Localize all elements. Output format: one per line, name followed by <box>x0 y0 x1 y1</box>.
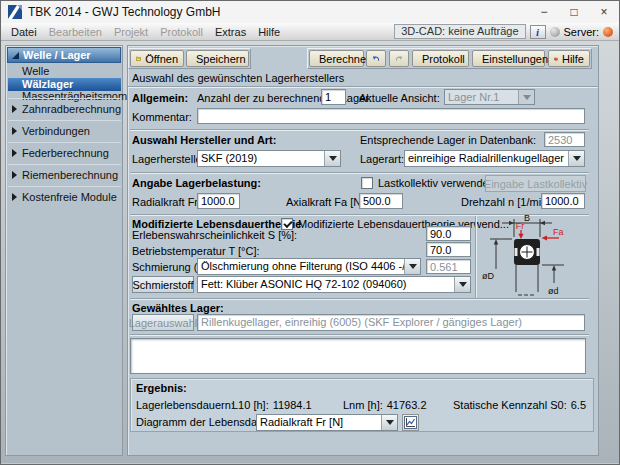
temperatur-label: Betriebstemperatur T [°C]: <box>132 245 260 258</box>
svg-text:B: B <box>524 213 530 223</box>
menu-protokoll[interactable]: Protokoll <box>154 26 209 38</box>
server-label: Server: <box>564 26 599 38</box>
lebensdauern-label: Lagerlebensdauern: <box>136 399 234 412</box>
open-button[interactable]: Öffnen <box>130 50 184 67</box>
close-button[interactable]: × <box>589 1 619 23</box>
s0-value: 6.5 <box>571 399 586 411</box>
collapsed-triangle-icon <box>12 127 17 135</box>
calculate-button[interactable]: Berechnen <box>309 50 364 67</box>
schmierstoff-button[interactable]: Schmierstoff <box>132 276 194 293</box>
undo-arrow-icon <box>372 53 380 64</box>
ansicht-select[interactable]: Lager Nr.1 <box>444 89 535 105</box>
collapsed-triangle-icon <box>12 149 17 157</box>
minimize-button[interactable]: − <box>529 1 559 23</box>
window-title: TBK 2014 - GWJ Technology GmbH <box>28 5 221 19</box>
settings-button[interactable]: Einstellungen <box>472 50 545 67</box>
open-button-label: Öffnen <box>145 53 178 65</box>
protocol-button-label: Protokoll <box>422 53 465 65</box>
schmierstoff-select-value: Fett: Klüber ASONIC HQ 72-102 (094060) <box>198 277 454 292</box>
divider <box>130 334 589 336</box>
s0-label: Statische Kennzahl S0: <box>453 399 567 411</box>
menu-hilfe[interactable]: Hilfe <box>252 26 286 38</box>
help-button[interactable]: ? Hilfe <box>548 50 590 67</box>
diagramm-select-value: Radialkraft Fr [N] <box>257 415 381 430</box>
sidebar-group-label: Zahnradberechnung <box>22 103 121 115</box>
protocol-button[interactable]: Protokoll <box>412 50 469 67</box>
svg-text:Fa: Fa <box>553 227 564 237</box>
ec-value-field <box>426 259 471 274</box>
title-bar: TBK 2014 - GWJ Technology GmbH − □ × <box>1 1 619 23</box>
undo-button[interactable] <box>366 50 386 67</box>
lager-list-area[interactable] <box>130 338 586 374</box>
lagerauswahl-button[interactable]: Lagerauswahl <box>132 314 194 331</box>
svg-text:øD: øD <box>482 271 494 281</box>
divider <box>130 298 589 300</box>
info-button[interactable]: i <box>530 25 546 39</box>
ansicht-select-value: Lager Nr.1 <box>445 90 518 104</box>
dropdown-arrow-icon <box>568 151 584 166</box>
anzahl-input[interactable] <box>321 89 346 105</box>
gewaehltes-lager-field: Rillenkugellager, einreihig (6005) (SKF … <box>197 314 585 331</box>
schmierung-select[interactable]: Ölschmierung ohne Filterung (ISO 4406 -/… <box>197 258 421 275</box>
sidebar-group-zahnradberechnung[interactable]: Zahnradberechnung <box>8 98 121 119</box>
menu-datei[interactable]: Datei <box>5 26 43 38</box>
lastkollektiv-label: Lastkollektiv verwenden <box>378 177 495 190</box>
collapsed-triangle-icon <box>12 105 17 113</box>
open-folder-icon <box>136 53 141 64</box>
maximize-button[interactable]: □ <box>559 1 589 23</box>
radialkraft-input[interactable] <box>197 193 240 209</box>
axialkraft-input[interactable] <box>359 193 403 209</box>
kommentar-label: Kommentar: <box>132 111 192 124</box>
client-area: Welle / Lager Welle Wälzlager Massenträg… <box>1 41 619 463</box>
eingabe-lastkollektiv-button: Eingabe Lastkollektiv <box>485 175 586 192</box>
l10-result: L10 [h]: 11984.1 <box>232 399 312 411</box>
section-hersteller-label: Auswahl Hersteller und Art: <box>132 134 276 147</box>
sidebar-group-verbindungen[interactable]: Verbindungen <box>8 120 121 141</box>
drehzahl-input[interactable] <box>541 193 585 209</box>
datenbank-label: Entsprechende Lager in Datenbank: <box>360 134 536 147</box>
ergebnis-label: Ergebnis: <box>136 382 187 395</box>
save-button[interactable]: Speichern <box>186 50 249 67</box>
temperatur-input[interactable] <box>426 242 471 257</box>
section-allgemein-label: Allgemein: <box>132 92 188 105</box>
sidebar-group-label: Verbindungen <box>22 125 90 137</box>
lnm-label: Lnm [h]: <box>343 399 383 411</box>
menu-projekt[interactable]: Projekt <box>108 26 154 38</box>
svg-text:?: ? <box>555 56 557 60</box>
sidebar: Welle / Lager Welle Wälzlager Massenträg… <box>5 45 123 456</box>
calculate-button-label: Berechnen <box>319 53 372 65</box>
lnm-result: Lnm [h]: 41763.2 <box>343 399 427 411</box>
app-window: TBK 2014 - GWJ Technology GmbH − □ × Dat… <box>0 0 620 465</box>
lagerhersteller-select-value: SKF (2019) <box>198 151 324 166</box>
schmierstoff-select[interactable]: Fett: Klüber ASONIC HQ 72-102 (094060) <box>197 276 471 293</box>
help-button-label: Hilfe <box>562 53 584 65</box>
help-icon: ? <box>554 53 558 65</box>
sidebar-group-label: Federberechnung <box>22 147 109 159</box>
sidebar-item-waelzlager[interactable]: Wälzlager <box>8 78 121 91</box>
redo-button[interactable] <box>389 50 409 67</box>
sidebar-group-kostenfreie-module[interactable]: Kostenfreie Module <box>8 186 121 207</box>
axialkraft-label: Axialkraft Fa [N]: <box>286 196 367 209</box>
sidebar-item-welle[interactable]: Welle <box>8 65 121 78</box>
sidebar-group-welle-lager[interactable]: Welle / Lager <box>7 47 121 63</box>
show-diagram-button[interactable] <box>402 414 419 431</box>
lagerhersteller-select[interactable]: SKF (2019) <box>197 150 341 167</box>
page-title: Auswahl des gewünschten Lagerherstellers <box>132 72 344 85</box>
dropdown-arrow-icon <box>381 415 397 430</box>
lastkollektiv-checkbox[interactable] <box>361 177 373 189</box>
chart-icon <box>404 416 417 429</box>
dropdown-arrow-icon <box>518 90 534 104</box>
drehzahl-label: Drehzahl n [1/min]: <box>461 196 553 209</box>
collapsed-triangle-icon <box>12 171 17 179</box>
menu-bearbeiten[interactable]: Bearbeiten <box>43 26 108 38</box>
menu-extras[interactable]: Extras <box>209 26 252 38</box>
kommentar-input[interactable] <box>197 108 585 124</box>
divider <box>130 129 589 131</box>
sidebar-group-riemenberechnung[interactable]: Riemenberechnung <box>8 164 121 185</box>
sidebar-group-federberechnung[interactable]: Federberechnung <box>8 142 121 163</box>
dropdown-arrow-icon <box>404 259 420 274</box>
erlebens-input[interactable] <box>426 226 471 241</box>
diagramm-select[interactable]: Radialkraft Fr [N] <box>256 414 398 431</box>
lagerart-select[interactable]: einreihige Radialrillenkugellager <box>404 150 585 167</box>
sidebar-group-label: Welle / Lager <box>23 49 91 61</box>
